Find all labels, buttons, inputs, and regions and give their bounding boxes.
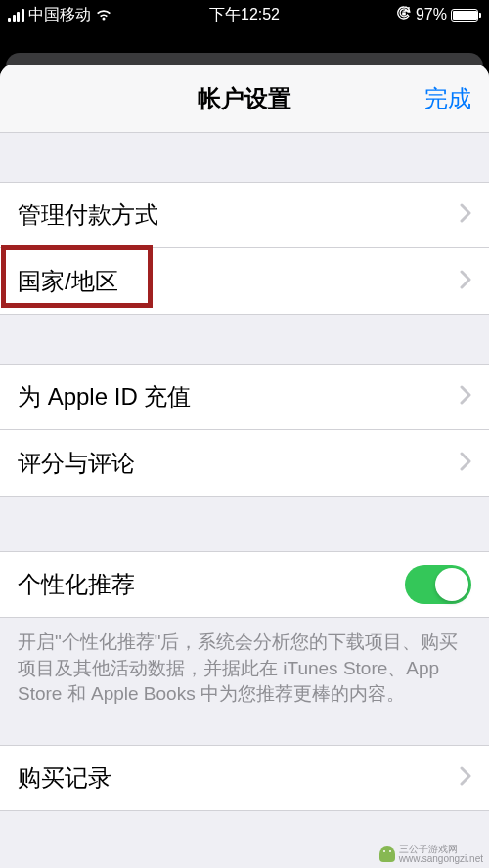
cell-label: 管理付款方式 xyxy=(18,199,158,231)
cell-label: 评分与评论 xyxy=(18,448,135,479)
chevron-right-icon xyxy=(460,452,471,475)
battery-pct: 97% xyxy=(416,6,447,23)
settings-sheet: 帐户设置 完成 管理付款方式 国家/地区 为 Apple ID 充值 评分与评论… xyxy=(0,65,489,868)
signal-icon xyxy=(8,9,24,22)
carrier-label: 中国移动 xyxy=(28,5,91,25)
svg-rect-0 xyxy=(402,12,406,15)
chevron-right-icon xyxy=(460,203,471,227)
cell-label: 购买记录 xyxy=(18,762,111,794)
personalized-description: 开启"个性化推荐"后，系统会分析您的下载项目、购买项目及其他活动数据，并据此在 … xyxy=(0,618,489,708)
cell-label: 国家/地区 xyxy=(18,266,118,297)
cell-country-region[interactable]: 国家/地区 xyxy=(0,248,489,315)
chevron-right-icon xyxy=(460,385,471,409)
personalized-toggle[interactable] xyxy=(405,565,471,604)
chevron-right-icon xyxy=(460,766,471,790)
cell-ratings-reviews[interactable]: 评分与评论 xyxy=(0,430,489,497)
orientation-lock-icon xyxy=(396,6,412,24)
status-time: 下午12:52 xyxy=(209,5,280,25)
wifi-icon xyxy=(95,8,112,22)
done-button[interactable]: 完成 xyxy=(424,83,471,114)
watermark: 三公子游戏网 www.sangongzi.net xyxy=(379,845,483,864)
battery-icon xyxy=(451,9,481,22)
cell-manage-payment[interactable]: 管理付款方式 xyxy=(0,182,489,248)
cell-purchase-history[interactable]: 购买记录 xyxy=(0,745,489,811)
status-bar: 中国移动 下午12:52 97% xyxy=(0,0,489,29)
cell-personalized-recommendations: 个性化推荐 xyxy=(0,551,489,618)
sheet-header: 帐户设置 完成 xyxy=(0,65,489,133)
chevron-right-icon xyxy=(460,270,471,293)
page-title: 帐户设置 xyxy=(198,83,291,114)
watermark-logo-icon xyxy=(379,846,395,862)
watermark-url: www.sangongzi.net xyxy=(399,854,483,864)
cell-label: 为 Apple ID 充值 xyxy=(18,381,191,412)
cell-add-funds[interactable]: 为 Apple ID 充值 xyxy=(0,364,489,430)
cell-label: 个性化推荐 xyxy=(18,569,135,600)
